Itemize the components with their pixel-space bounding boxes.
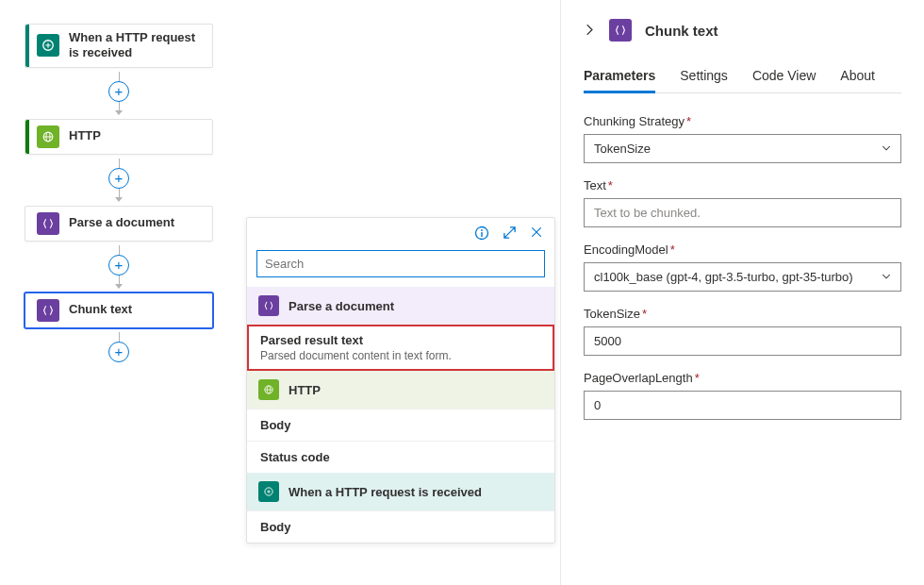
node-http[interactable]: HTTP [25,119,213,155]
tab-row: Parameters Settings Code View About [584,62,901,93]
input-page-overlap[interactable]: 0 [584,391,901,420]
token-status-code[interactable]: Status code [247,441,554,473]
node-chunk-text[interactable]: Chunk text [25,292,213,328]
node-label: When a HTTP request is received [69,30,206,61]
tab-settings[interactable]: Settings [680,62,728,92]
chunk-icon [609,19,632,42]
http-icon [37,125,59,148]
parse-icon [37,212,59,235]
panel-title: Chunk text [645,23,718,39]
collapse-icon[interactable] [584,23,596,39]
group-title: Parse a document [289,299,394,313]
search-input[interactable] [256,250,545,277]
label-chunking-strategy: Chunking Strategy* [584,114,901,128]
tab-about[interactable]: About [840,62,875,92]
tab-code-view[interactable]: Code View [752,62,816,92]
node-label: Chunk text [69,302,132,317]
group-http-trigger[interactable]: When a HTTP request is received [247,473,554,510]
input-text[interactable]: Text to be chunked. [584,198,901,227]
node-label: Parse a document [69,215,174,230]
label-text: Text* [584,178,901,192]
details-panel: Chunk text Parameters Settings Code View… [560,0,924,585]
input-token-size[interactable]: 5000 [584,326,901,356]
http-trigger-icon [258,481,279,502]
node-parse-document[interactable]: Parse a document [25,206,213,242]
item-title: Body [260,520,291,534]
workflow-canvas: When a HTTP request is received + HTTP +… [25,24,213,366]
token-body[interactable]: Body [247,409,554,441]
label-token-size: TokenSize* [584,307,901,321]
token-parsed-result-text[interactable]: Parsed result text Parsed document conte… [247,325,554,371]
select-chunking-strategy[interactable]: TokenSize [584,134,901,163]
node-http-request-trigger[interactable]: When a HTTP request is received [25,24,213,68]
expand-icon[interactable] [503,226,517,241]
add-step-button[interactable]: + [108,168,129,189]
svg-rect-5 [481,232,482,237]
parse-icon [258,295,279,316]
label-encoding-model: EncodingModel* [584,242,901,257]
connector: + [25,245,213,289]
select-encoding-model[interactable]: cl100k_base (gpt-4, gpt-3.5-turbo, gpt-3… [584,262,901,292]
svg-point-4 [481,229,483,231]
http-icon [258,379,279,400]
info-icon[interactable] [474,226,489,241]
tab-parameters[interactable]: Parameters [584,62,655,92]
group-http[interactable]: HTTP [247,371,554,409]
panel-toolbar [247,218,554,246]
connector: + [25,72,213,115]
group-title: When a HTTP request is received [289,485,482,499]
connector: + [25,159,213,202]
node-label: HTTP [69,128,101,143]
close-icon[interactable] [530,226,543,241]
chunk-icon [37,299,59,322]
group-title: HTTP [289,383,321,397]
add-step-button[interactable]: + [108,342,129,362]
group-parse-document[interactable]: Parse a document [247,287,554,325]
connector: + [25,332,213,362]
item-title: Body [260,418,291,432]
label-page-overlap: PageOverlapLength* [584,371,901,385]
item-title: Status code [260,450,330,464]
token-trigger-body[interactable]: Body [247,510,554,543]
http-trigger-icon [37,34,59,57]
add-step-button[interactable]: + [108,255,129,276]
add-step-button[interactable]: + [108,81,129,102]
item-title: Parsed result text [260,333,363,347]
item-subtitle: Parsed document content in text form. [260,349,541,362]
dynamic-content-panel: Parse a document Parsed result text Pars… [246,217,555,543]
